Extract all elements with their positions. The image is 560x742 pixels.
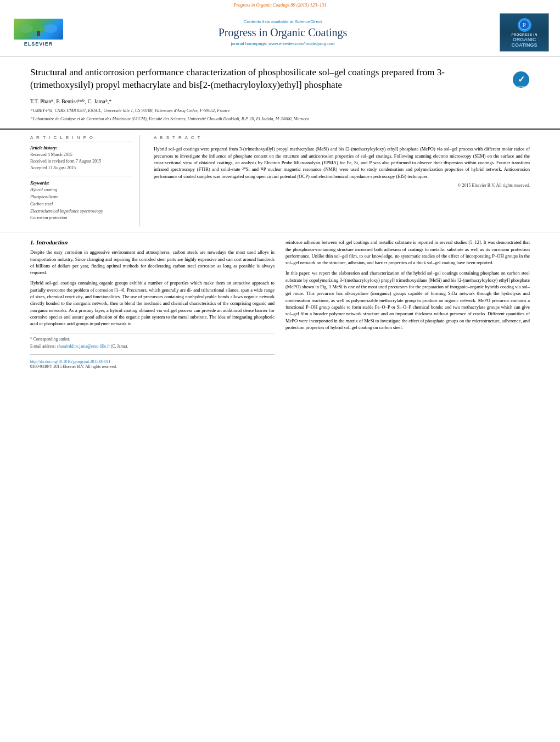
journal-title-center: Contents lists available at ScienceDirec… [66, 19, 500, 46]
article-info-header: A R T I C L E I N F O [30, 135, 132, 142]
cover-title-coatings: COATINGS [512, 42, 537, 48]
body-left-col: 1. Introduction Despite the easy corrosi… [30, 239, 275, 369]
author-affil-b: ᵇ Laboratoire de Catalyse et de Corrosio… [30, 116, 501, 122]
history-label: Article history: [30, 146, 132, 150]
article-title-text: Structural and anticorrosion performance… [30, 66, 512, 122]
keyword-1: Hybrid coating [30, 187, 132, 194]
intro-para-3: reinforce adhesion between sol–gel coati… [285, 239, 530, 266]
keywords-group: Keywords: Hybrid coating Phosphosilicate… [30, 181, 132, 222]
intro-para-4: In this paper, we report the elaboration… [285, 270, 530, 331]
info-divider [30, 176, 132, 176]
journal-homepage: journal homepage: www.elsevier.com/locat… [77, 41, 489, 46]
keywords-label: Keywords: [30, 181, 132, 186]
page-wrapper: Progress in Organic Coatings 89 (2015) 1… [0, 0, 560, 742]
keyword-4: Electrochemical impedance spectroscopy [30, 208, 132, 215]
accepted-date: Accepted 13 August 2015 [30, 165, 132, 171]
issn-line: 0300-9440/© 2015 Elsevier B.V. All right… [30, 364, 275, 369]
cover-title-organic: ORGANIC [513, 37, 536, 42]
crossmark-svg: ✓ CrossMark [512, 71, 530, 88]
body-content: 1. Introduction Despite the easy corrosi… [0, 232, 560, 374]
abstract-col: A B S T R A C T Hybrid sol–gel coatings … [151, 135, 530, 226]
footnotes: * Corresponding author. E-mail address: … [30, 333, 275, 369]
elsevier-logo-svg [16, 21, 60, 37]
svg-rect-1 [37, 31, 40, 36]
elsevier-logo: ELSEVIER [11, 19, 66, 47]
journal-main-title: Progress in Organic Coatings [77, 26, 489, 39]
elsevier-label: ELSEVIER [24, 41, 53, 47]
intro-para-1: Despite the easy corrosion in aggressive… [30, 249, 275, 276]
body-right-col: reinforce adhesion between sol–gel coati… [285, 239, 530, 369]
journal-header: ELSEVIER Contents lists available at Sci… [0, 9, 560, 57]
svg-text:P: P [523, 22, 526, 28]
svg-text:✓: ✓ [518, 75, 525, 84]
footnote-corresponding: * Corresponding author. [30, 337, 275, 343]
cover-title-progress: PROGRESS IN [511, 33, 537, 37]
cover-logo-circle: P [518, 18, 531, 32]
author-affil-a: ᵃ UMET-PSI, CNRS UMR 8207, ENSCL, Univer… [30, 108, 501, 114]
body-two-col: 1. Introduction Despite the easy corrosi… [30, 239, 530, 369]
svg-text:CrossMark: CrossMark [516, 85, 526, 88]
svg-point-3 [20, 24, 33, 33]
footnote-email: E-mail address: charafeddine.jama@ensc-l… [30, 344, 275, 350]
journal-cover: P PROGRESS IN ORGANIC COATINGS [500, 13, 549, 52]
contents-available: Contents lists available at ScienceDirec… [77, 19, 489, 24]
abstract-header: A B S T R A C T [154, 135, 530, 142]
footnote-divider [30, 354, 275, 355]
crossmark-badge[interactable]: ✓ CrossMark [512, 71, 530, 88]
received-date: Received 4 March 2015 [30, 152, 132, 158]
keyword-3: Carbon steel [30, 201, 132, 208]
elsevier-logo-box [14, 19, 63, 40]
keyword-2: Phosphosilicate [30, 194, 132, 201]
revised-date: Received in revised form 7 August 2015 [30, 158, 132, 165]
article-title-section: Structural and anticorrosion performance… [0, 57, 560, 130]
two-col-section: A R T I C L E I N F O Article history: R… [0, 130, 560, 232]
cover-icon-svg: P [519, 19, 530, 30]
article-info-col: A R T I C L E I N F O Article history: R… [30, 135, 140, 226]
keywords-list: Hybrid coating Phosphosilicate Carbon st… [30, 187, 132, 222]
svg-point-4 [44, 24, 57, 33]
intro-para-2: Hybrid sol–gel coatings containing organ… [30, 280, 275, 327]
abstract-text: Hybrid sol–gel coatings were prepared fr… [154, 146, 530, 180]
copyright-line: © 2015 Elsevier B.V. All rights reserved… [154, 183, 530, 188]
doi-link[interactable]: http://dx.doi.org/10.1016/j.porgcoat.201… [30, 359, 275, 364]
keyword-5: Corrosion protection [30, 215, 132, 222]
journal-top-citation: Progress in Organic Coatings 89 (2015) 1… [0, 0, 560, 9]
article-history-group: Article history: Received 4 March 2015 R… [30, 146, 132, 171]
article-authors: T.T. Phanᵃ, F. Bentissᵃʷᵇ, C. Jamaᵃ,* [30, 98, 501, 104]
article-main-title: Structural and anticorrosion performance… [30, 66, 501, 92]
svg-marker-2 [32, 22, 45, 31]
section-1-title: 1. Introduction [30, 239, 275, 246]
